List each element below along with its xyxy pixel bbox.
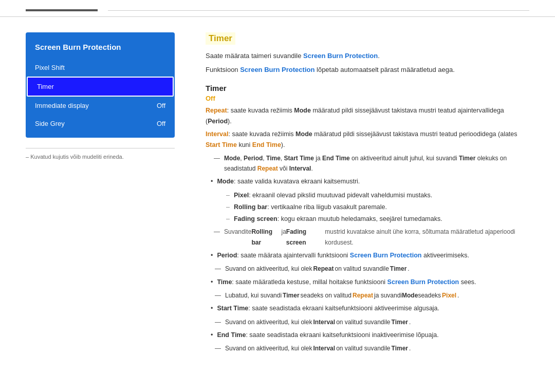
sidebar-item-label-side-grey: Side Grey: [35, 120, 65, 127]
sidebar-item-side-grey[interactable]: Side Grey Off: [26, 115, 175, 133]
bullet-period: Period: saate määrata ajaintervalli funk…: [206, 250, 529, 261]
top-bar-line: [26, 9, 98, 11]
main-content: Screen Burn Protection Pixel Shift Timer…: [0, 17, 555, 392]
sidebar-note: – Kuvatud kujutis võib mudeliti erineda.: [26, 148, 175, 165]
sidebar-menu: Screen Burn Protection Pixel Shift Timer…: [26, 32, 175, 138]
status-off: Off: [206, 95, 529, 102]
period-sub-note: Suvand on aktiveeritud, kui olek Repeat …: [206, 264, 529, 274]
bullet-time: Time: saate määratleda kestuse, millal h…: [206, 277, 529, 288]
interval-text: Interval: saate kuvada režiimis Mode mää…: [206, 129, 529, 151]
content-area: Timer Saate määrata taimeri suvandile Sc…: [206, 32, 529, 377]
sub-pixel: Pixel: ekraanil olevad pikslid muutuvad …: [206, 190, 529, 201]
top-bar: [0, 0, 555, 17]
content-intro-2: Funktsioon Screen Burn Protection lõpeta…: [206, 65, 529, 76]
repeat-mode: Mode: [294, 107, 311, 114]
sidebar-item-value-side-grey: Off: [157, 120, 165, 127]
sidebar: Screen Burn Protection Pixel Shift Timer…: [26, 32, 175, 377]
sidebar-item-timer[interactable]: Timer: [27, 77, 174, 97]
bullet-end-time: End Time: saate seadistada ekraani kaits…: [206, 330, 529, 341]
intro-highlight-2: Screen Burn Protection: [240, 66, 314, 73]
mode-note: Mode, Period, Time, Start Time ja End Ti…: [206, 153, 529, 174]
sidebar-item-label-pixel-shift: Pixel Shift: [35, 64, 65, 71]
bullet-mode: Mode: saate valida kuvatava ekraani kait…: [206, 176, 529, 187]
repeat-text: Repeat: saate kuvada režiimis Mode määra…: [206, 105, 529, 127]
sidebar-item-label-timer: Timer: [37, 83, 54, 90]
content-intro-1: Saate määrata taimeri suvandile Screen B…: [206, 51, 529, 62]
time-sub-note: Lubatud, kui suvandi Timer seadeks on va…: [206, 290, 529, 301]
interval-label: Interval: [206, 130, 228, 138]
content-title: Timer: [206, 32, 235, 45]
top-bar-divider: [108, 10, 529, 11]
sidebar-title: Screen Burn Protection: [26, 38, 175, 59]
bullet-start-time: Start Time: saate seadistada ekraani kai…: [206, 303, 529, 314]
sub-fading-screen: Fading screen: kogu ekraan muutub heleda…: [206, 214, 529, 225]
intro-highlight-1: Screen Burn Protection: [303, 52, 378, 60]
end-time-sub-note: Suvand on aktiveeritud, kui olek Interva…: [206, 343, 529, 353]
sidebar-item-value-immediate: Off: [157, 102, 165, 109]
sub-rolling-bar: Rolling bar: vertikaalne riba liigub vas…: [206, 202, 529, 213]
sidebar-item-pixel-shift[interactable]: Pixel Shift: [26, 59, 175, 77]
sidebar-item-label-immediate: Immediate display: [35, 102, 89, 109]
sidebar-item-immediate-display[interactable]: Immediate display Off: [26, 97, 175, 115]
page-container: Screen Burn Protection Pixel Shift Timer…: [0, 0, 555, 392]
section-timer-heading: Timer: [206, 84, 529, 92]
repeat-label: Repeat: [206, 107, 227, 114]
start-time-sub-note: Suvand on aktiveeritud, kui olek Interva…: [206, 317, 529, 327]
content-body: Repeat: saate kuvada režiimis Mode määra…: [206, 105, 529, 354]
suvandite-note: Suvandite Rolling bar ja Fading screen m…: [206, 227, 529, 248]
